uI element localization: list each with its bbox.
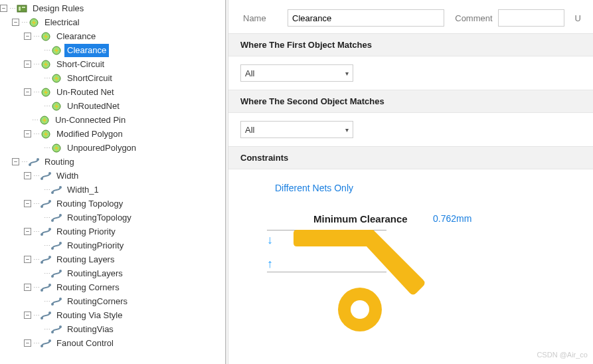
svg-point-16	[48, 172, 51, 175]
electrical-icon	[51, 45, 62, 56]
tree-corners-group[interactable]: −⋯Routing Corners	[0, 280, 225, 294]
electrical-icon	[39, 115, 50, 126]
arrow-up-icon: ↑	[267, 257, 273, 271]
electrical-icon	[29, 17, 39, 28]
routing-icon	[41, 227, 51, 237]
electrical-icon	[41, 129, 51, 139]
svg-point-37	[51, 331, 54, 333]
tree-unrouted-group[interactable]: −⋯ Un-Routed Net	[0, 85, 225, 99]
routing-icon	[41, 199, 51, 209]
tree-electrical[interactable]: − ⋯ Electrical	[0, 15, 225, 29]
svg-point-33	[51, 303, 54, 306]
section-constraints: Constraints	[228, 146, 593, 169]
second-match-combo[interactable]: All ▾	[240, 121, 353, 138]
tree-topology-rule[interactable]: ⋯RoutingTopology	[0, 211, 225, 225]
svg-point-14	[37, 158, 39, 161]
electrical-icon	[51, 101, 62, 112]
svg-point-38	[59, 325, 62, 328]
tree-via-group[interactable]: −⋯Routing Via Style	[0, 308, 225, 322]
tree-routing[interactable]: −⋯ Routing	[0, 155, 225, 169]
svg-point-13	[29, 163, 31, 166]
svg-point-26	[59, 242, 62, 244]
svg-point-30	[59, 270, 62, 272]
clearance-illustration	[274, 213, 473, 346]
rules-tree-panel[interactable]: − ⋯ Design Rules − ⋯ Electrical −⋯ Clear…	[0, 0, 226, 364]
tree-layers-group[interactable]: −⋯Routing Layers	[0, 252, 225, 266]
tree-unconnected[interactable]: ⋯ Un-Connected Pin	[0, 113, 225, 127]
tree-fanout-group[interactable]: −⋯Fanout Control	[0, 336, 225, 350]
electrical-icon	[41, 59, 51, 70]
tree-modpoly-group[interactable]: −⋯ Modified Polygon	[0, 127, 225, 141]
rule-editor-panel: Name Comment U Where The First Object Ma…	[228, 0, 593, 364]
collapse-icon[interactable]: −	[12, 19, 19, 26]
svg-point-20	[48, 200, 51, 203]
tree-topology-group[interactable]: −⋯Routing Topology	[0, 197, 225, 211]
tree-priority-rule[interactable]: ⋯RoutingPriority	[0, 238, 225, 252]
routing-icon	[41, 282, 51, 293]
svg-point-19	[41, 205, 43, 208]
arrow-down-icon: ↓	[267, 233, 273, 247]
svg-point-18	[59, 186, 62, 189]
svg-point-42	[351, 300, 369, 319]
tree-layers-rule[interactable]: ⋯RoutingLayers	[0, 266, 225, 280]
svg-point-17	[51, 191, 54, 194]
electrical-icon	[51, 143, 62, 153]
svg-point-24	[48, 228, 51, 230]
comment-label: Comment	[455, 13, 492, 23]
section-second-match: Where The Second Object Matches	[228, 90, 593, 113]
routing-icon	[41, 338, 51, 349]
tree-shortcircuit-rule[interactable]: ⋯ ShortCircuit	[0, 71, 225, 85]
electrical-icon	[41, 31, 51, 42]
tree-modpoly-rule[interactable]: ⋯ UnpouredPolygon	[0, 141, 225, 155]
routing-icon	[51, 324, 62, 335]
svg-point-28	[48, 256, 51, 258]
combo-value: All	[245, 68, 254, 78]
routing-icon	[41, 310, 51, 321]
watermark: CSDN @Air_co	[537, 351, 588, 359]
routing-icon	[51, 185, 62, 195]
chevron-down-icon: ▾	[345, 70, 349, 77]
svg-point-25	[51, 247, 54, 250]
routing-icon	[51, 296, 62, 307]
svg-point-32	[48, 284, 51, 286]
svg-rect-1	[19, 7, 21, 11]
svg-rect-2	[22, 7, 25, 8]
svg-point-29	[51, 275, 54, 278]
collapse-icon[interactable]: −	[0, 5, 7, 12]
board-icon	[17, 3, 27, 14]
name-label: Name	[243, 13, 282, 23]
tree-via-rule[interactable]: ⋯RoutingVias	[0, 322, 225, 336]
different-nets-link[interactable]: Different Nets Only	[240, 179, 581, 193]
routing-icon	[41, 171, 51, 181]
tree-shortcircuit-group[interactable]: −⋯ Short-Circuit	[0, 57, 225, 71]
tree-corners-rule[interactable]: ⋯RoutingCorners	[0, 294, 225, 308]
svg-point-15	[41, 177, 43, 180]
combo-value: All	[245, 125, 254, 135]
routing-icon	[41, 254, 51, 265]
name-input[interactable]	[288, 9, 444, 27]
tree-unrouted-rule[interactable]: ⋯ UnRoutedNet	[0, 99, 225, 113]
routing-icon	[29, 157, 39, 167]
svg-point-22	[59, 214, 62, 217]
svg-point-21	[51, 219, 54, 222]
tree-clearance-group[interactable]: −⋯ Clearance	[0, 29, 225, 43]
svg-point-35	[41, 317, 43, 319]
svg-point-40	[48, 339, 51, 342]
routing-icon	[51, 268, 62, 279]
tree-width-rule[interactable]: ⋯Width_1	[0, 183, 225, 197]
svg-point-39	[41, 345, 43, 347]
routing-icon	[51, 213, 62, 223]
tree-clearance-rule[interactable]: ⋯ Clearance	[0, 43, 225, 57]
tree-priority-group[interactable]: −⋯Routing Priority	[0, 225, 225, 238]
first-match-combo[interactable]: All ▾	[240, 64, 353, 82]
section-first-match: Where The First Object Matches	[228, 33, 593, 56]
comment-input[interactable]	[498, 9, 564, 27]
chevron-down-icon: ▾	[345, 126, 349, 134]
uniqueid-label: U	[575, 13, 581, 23]
svg-point-31	[41, 289, 43, 292]
electrical-icon	[51, 73, 62, 84]
tree-root[interactable]: − ⋯ Design Rules	[0, 1, 225, 15]
routing-icon	[51, 240, 62, 251]
tree-width-group[interactable]: −⋯Width	[0, 169, 225, 183]
svg-point-36	[48, 312, 51, 314]
